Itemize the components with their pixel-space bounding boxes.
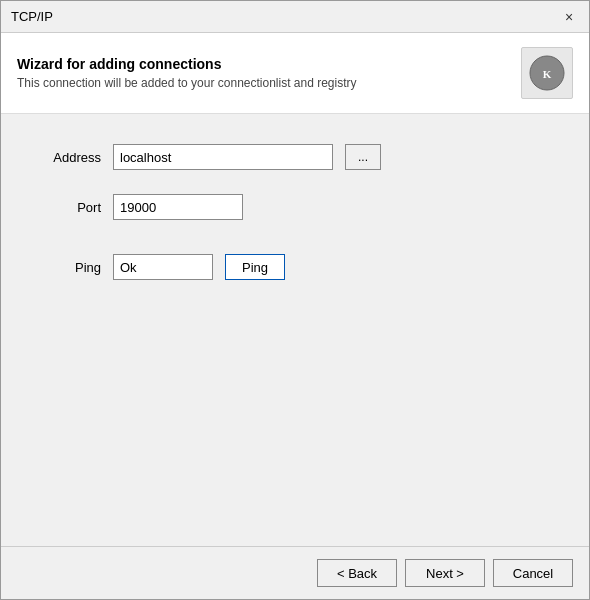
wizard-subtitle: This connection will be added to your co… (17, 76, 521, 90)
next-button[interactable]: Next > (405, 559, 485, 587)
port-label: Port (41, 200, 101, 215)
close-button[interactable]: × (559, 7, 579, 27)
ping-button[interactable]: Ping (225, 254, 285, 280)
svg-text:K: K (543, 68, 552, 80)
wizard-header: Wizard for adding connections This conne… (1, 33, 589, 114)
ping-row: Ping Ping (41, 254, 549, 280)
ping-status (113, 254, 213, 280)
cancel-button[interactable]: Cancel (493, 559, 573, 587)
wizard-title: Wizard for adding connections (17, 56, 521, 72)
browse-button[interactable]: ... (345, 144, 381, 170)
wizard-logo: K (521, 47, 573, 99)
logo-icon: K (528, 54, 566, 92)
main-window: TCP/IP × Wizard for adding connections T… (0, 0, 590, 600)
wizard-body: Address ... Port Ping Ping (1, 114, 589, 546)
title-bar: TCP/IP × (1, 1, 589, 33)
window-title: TCP/IP (11, 9, 53, 24)
port-row: Port (41, 194, 549, 220)
wizard-header-text: Wizard for adding connections This conne… (17, 56, 521, 90)
address-label: Address (41, 150, 101, 165)
footer: < Back Next > Cancel (1, 546, 589, 599)
ping-label: Ping (41, 260, 101, 275)
back-button[interactable]: < Back (317, 559, 397, 587)
address-row: Address ... (41, 144, 549, 170)
address-input[interactable] (113, 144, 333, 170)
port-input[interactable] (113, 194, 243, 220)
